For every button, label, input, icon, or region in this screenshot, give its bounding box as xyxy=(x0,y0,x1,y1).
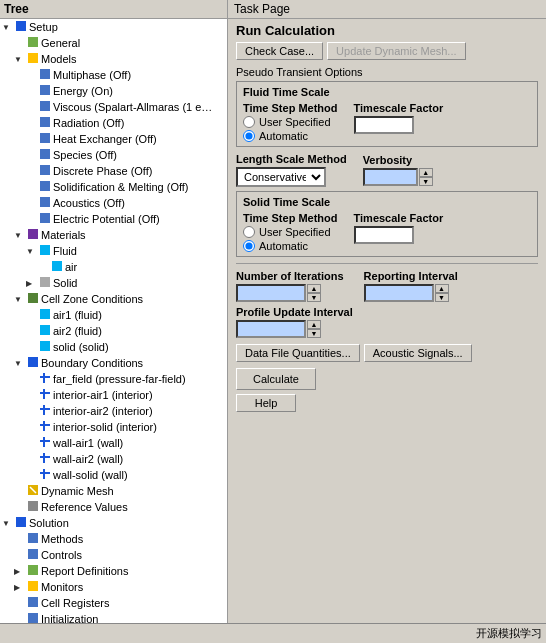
tree-item-controls[interactable]: Controls xyxy=(0,547,227,563)
num-iterations-up[interactable]: ▲ xyxy=(307,284,321,293)
reporting-interval-input[interactable]: 1 xyxy=(364,284,434,302)
tree-item-cell_registers[interactable]: Cell Registers xyxy=(0,595,227,611)
tree-item-interior_solid[interactable]: interior-solid (interior) xyxy=(0,419,227,435)
svg-rect-13 xyxy=(28,229,38,239)
calculate-row: Calculate xyxy=(236,368,538,390)
check-case-button[interactable]: Check Case... xyxy=(236,42,323,60)
fluid-timescale-group: Time Step Method User Specified Automati… xyxy=(243,102,531,142)
profile-update-up[interactable]: ▲ xyxy=(307,320,321,329)
tree-item-dynamic_mesh[interactable]: Dynamic Mesh xyxy=(0,483,227,499)
update-dynamic-mesh-button[interactable]: Update Dynamic Mesh... xyxy=(327,42,465,60)
length-scale-col: Length Scale Method Conservative Aggress… xyxy=(236,153,347,187)
solid-automatic-radio[interactable] xyxy=(243,240,255,252)
verbosity-down-arrow[interactable]: ▼ xyxy=(419,177,433,186)
tree-label-energy: Energy (On) xyxy=(53,85,113,97)
svg-rect-21 xyxy=(28,357,38,367)
tree-label-radiation: Radiation (Off) xyxy=(53,117,124,129)
num-iterations-down[interactable]: ▼ xyxy=(307,293,321,302)
tree-item-setup[interactable]: ▼Setup xyxy=(0,19,227,35)
tree-icon-discrete_phase xyxy=(38,164,52,178)
tree-item-boundary[interactable]: ▼Boundary Conditions xyxy=(0,355,227,371)
tree-arrow-materials: ▼ xyxy=(14,231,26,240)
tree-item-monitors[interactable]: ▶Monitors xyxy=(0,579,227,595)
tree-item-solidification[interactable]: Solidification & Melting (Off) xyxy=(0,179,227,195)
tree-arrow-setup: ▼ xyxy=(2,23,14,32)
tree-item-fluid[interactable]: ▼Fluid xyxy=(0,243,227,259)
tree-icon-solid xyxy=(38,276,52,290)
profile-update-down[interactable]: ▼ xyxy=(307,329,321,338)
tree-item-reference_values[interactable]: Reference Values xyxy=(0,499,227,515)
reporting-down[interactable]: ▼ xyxy=(435,293,449,302)
svg-rect-3 xyxy=(40,69,50,79)
svg-rect-1 xyxy=(28,37,38,47)
svg-rect-23 xyxy=(43,373,45,383)
tree-item-far_field[interactable]: far_field (pressure-far-field) xyxy=(0,371,227,387)
svg-rect-16 xyxy=(40,277,50,287)
reporting-col: Reporting Interval 1 ▲ ▼ xyxy=(364,270,458,302)
tree-icon-dynamic_mesh xyxy=(26,484,40,498)
status-text: 开源模拟学习 xyxy=(476,626,542,641)
length-scale-select[interactable]: Conservative Aggressive xyxy=(236,167,326,187)
tree-icon-solidification xyxy=(38,180,52,194)
tree-item-report_def[interactable]: ▶Report Definitions xyxy=(0,563,227,579)
svg-rect-14 xyxy=(40,245,50,255)
tree-item-materials[interactable]: ▼Materials xyxy=(0,227,227,243)
solid-user-specified-radio[interactable] xyxy=(243,226,255,238)
tree-item-heat_exchanger[interactable]: Heat Exchanger (Off) xyxy=(0,131,227,147)
fluid-user-specified-radio[interactable] xyxy=(243,116,255,128)
tree-item-initialization[interactable]: Initialization xyxy=(0,611,227,623)
tree-icon-air2_fluid xyxy=(38,324,52,338)
tree-item-interior_air2[interactable]: interior-air2 (interior) xyxy=(0,403,227,419)
tree-item-solution[interactable]: ▼Solution xyxy=(0,515,227,531)
num-iterations-input[interactable]: 200 xyxy=(236,284,306,302)
tree-item-species[interactable]: Species (Off) xyxy=(0,147,227,163)
tree-icon-solution xyxy=(14,516,28,530)
tree-item-air_fluid[interactable]: air xyxy=(0,259,227,275)
tree-icon-methods xyxy=(26,532,40,546)
acoustic-signals-button[interactable]: Acoustic Signals... xyxy=(364,344,472,362)
tree-item-wall_air2[interactable]: wall-air2 (wall) xyxy=(0,451,227,467)
reporting-up[interactable]: ▲ xyxy=(435,284,449,293)
tree-arrow-report_def: ▶ xyxy=(14,567,26,576)
tree-item-wall_air1[interactable]: wall-air1 (wall) xyxy=(0,435,227,451)
svg-rect-20 xyxy=(40,341,50,351)
tree-item-multiphase[interactable]: Multiphase (Off) xyxy=(0,67,227,83)
reporting-spin: 1 ▲ ▼ xyxy=(364,284,458,302)
verbosity-input[interactable]: 0 xyxy=(363,168,418,186)
tree-label-methods: Methods xyxy=(41,533,83,545)
verbosity-up-arrow[interactable]: ▲ xyxy=(419,168,433,177)
tree-item-acoustics[interactable]: Acoustics (Off) xyxy=(0,195,227,211)
calculate-button[interactable]: Calculate xyxy=(236,368,316,390)
tree-label-heat_exchanger: Heat Exchanger (Off) xyxy=(53,133,157,145)
data-file-button[interactable]: Data File Quantities... xyxy=(236,344,360,362)
profile-update-input[interactable]: 1 xyxy=(236,320,306,338)
svg-rect-33 xyxy=(43,453,45,463)
tree-item-solid_solid[interactable]: solid (solid) xyxy=(0,339,227,355)
svg-rect-31 xyxy=(43,437,45,447)
tree-item-cell_zone[interactable]: ▼Cell Zone Conditions xyxy=(0,291,227,307)
tree-item-models[interactable]: ▼Models xyxy=(0,51,227,67)
solid-time-step-col: Time Step Method User Specified Automati… xyxy=(243,212,338,252)
tree-item-wall_solid[interactable]: wall-solid (wall) xyxy=(0,467,227,483)
svg-rect-15 xyxy=(52,261,62,271)
tree-item-interior_air1[interactable]: interior-air1 (interior) xyxy=(0,387,227,403)
tree-item-general[interactable]: General xyxy=(0,35,227,51)
fluid-automatic-radio[interactable] xyxy=(243,130,255,142)
solid-timescale-input[interactable]: 1 xyxy=(354,226,414,244)
help-button[interactable]: Help xyxy=(236,394,296,412)
reporting-arrows: ▲ ▼ xyxy=(435,284,449,302)
tree-item-viscous[interactable]: Viscous (Spalart-Allmaras (1 e… xyxy=(0,99,227,115)
solid-user-specified-row: User Specified xyxy=(243,226,338,238)
tree-item-discrete_phase[interactable]: Discrete Phase (Off) xyxy=(0,163,227,179)
tree-item-air1_fluid[interactable]: air1 (fluid) xyxy=(0,307,227,323)
tree-item-air2_fluid[interactable]: air2 (fluid) xyxy=(0,323,227,339)
tree-item-solid[interactable]: ▶Solid xyxy=(0,275,227,291)
tree-item-methods[interactable]: Methods xyxy=(0,531,227,547)
reporting-interval-label: Reporting Interval xyxy=(364,270,458,282)
tree-label-cell_zone: Cell Zone Conditions xyxy=(41,293,143,305)
tree-arrow-solid: ▶ xyxy=(26,279,38,288)
fluid-timescale-input[interactable]: 1 xyxy=(354,116,414,134)
tree-item-radiation[interactable]: Radiation (Off) xyxy=(0,115,227,131)
tree-item-electric_potential[interactable]: Electric Potential (Off) xyxy=(0,211,227,227)
tree-item-energy[interactable]: Energy (On) xyxy=(0,83,227,99)
